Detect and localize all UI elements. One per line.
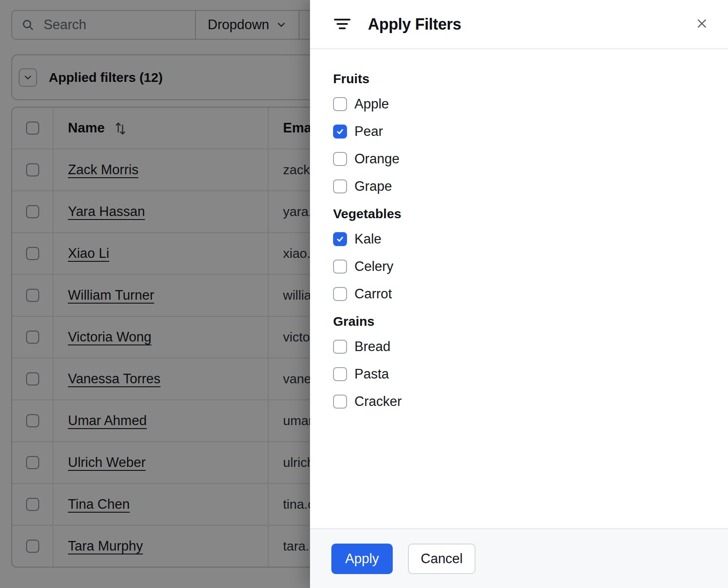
option-label: Bread bbox=[354, 339, 391, 355]
filter-option[interactable]: Celery bbox=[333, 260, 711, 274]
filter-section-vegetables: Vegetables Kale Celery Carrot bbox=[333, 207, 711, 301]
checkbox[interactable] bbox=[333, 340, 347, 354]
option-label: Celery bbox=[354, 259, 394, 274]
option-label: Kale bbox=[354, 231, 381, 247]
checkbox[interactable] bbox=[333, 395, 347, 409]
check-icon bbox=[336, 235, 344, 243]
filter-option[interactable]: Kale bbox=[333, 232, 711, 246]
section-heading: Vegetables bbox=[333, 207, 711, 221]
close-icon bbox=[696, 17, 708, 30]
filter-option[interactable]: Orange bbox=[333, 152, 711, 166]
option-label: Carrot bbox=[354, 286, 392, 302]
checkbox[interactable] bbox=[333, 367, 347, 381]
checkbox[interactable] bbox=[333, 125, 347, 139]
section-heading: Fruits bbox=[333, 72, 711, 86]
filter-option[interactable]: Bread bbox=[333, 340, 711, 354]
checkbox[interactable] bbox=[333, 97, 347, 111]
checkbox[interactable] bbox=[333, 287, 347, 301]
option-label: Cracker bbox=[354, 394, 402, 409]
checkbox[interactable] bbox=[333, 232, 347, 246]
panel-title: Apply Filters bbox=[368, 15, 461, 34]
filter-option[interactable]: Pasta bbox=[333, 367, 711, 381]
cancel-button[interactable]: Cancel bbox=[408, 544, 475, 574]
option-label: Grape bbox=[354, 179, 392, 194]
app-window: Search Dropdown Applied filters (12) bbox=[0, 0, 728, 588]
section-heading: Grains bbox=[333, 314, 711, 328]
check-icon bbox=[336, 128, 344, 135]
filter-section-fruits: Fruits Apple Pear Orange Grape bbox=[333, 72, 711, 193]
panel-header: Apply Filters bbox=[310, 0, 728, 49]
filter-option[interactable]: Carrot bbox=[333, 287, 711, 301]
option-label: Apple bbox=[354, 96, 389, 112]
filter-section-grains: Grains Bread Pasta Cracker bbox=[333, 314, 711, 409]
panel-footer: Apply Cancel bbox=[310, 528, 728, 588]
option-label: Pear bbox=[354, 124, 383, 139]
option-label: Orange bbox=[354, 151, 399, 167]
option-label: Pasta bbox=[354, 366, 389, 382]
filter-option[interactable]: Grape bbox=[333, 179, 711, 193]
filter-option[interactable]: Pear bbox=[333, 125, 711, 139]
filter-icon bbox=[334, 18, 351, 30]
filter-option[interactable]: Apple bbox=[333, 97, 711, 111]
checkbox[interactable] bbox=[333, 260, 347, 274]
checkbox[interactable] bbox=[333, 152, 347, 166]
panel-body: Fruits Apple Pear Orange Grape bbox=[310, 49, 728, 409]
close-button[interactable] bbox=[695, 17, 709, 30]
apply-filters-panel: Apply Filters Fruits Apple Pear bbox=[310, 0, 728, 588]
apply-button[interactable]: Apply bbox=[331, 544, 393, 574]
checkbox[interactable] bbox=[333, 179, 347, 193]
filter-option[interactable]: Cracker bbox=[333, 395, 711, 409]
